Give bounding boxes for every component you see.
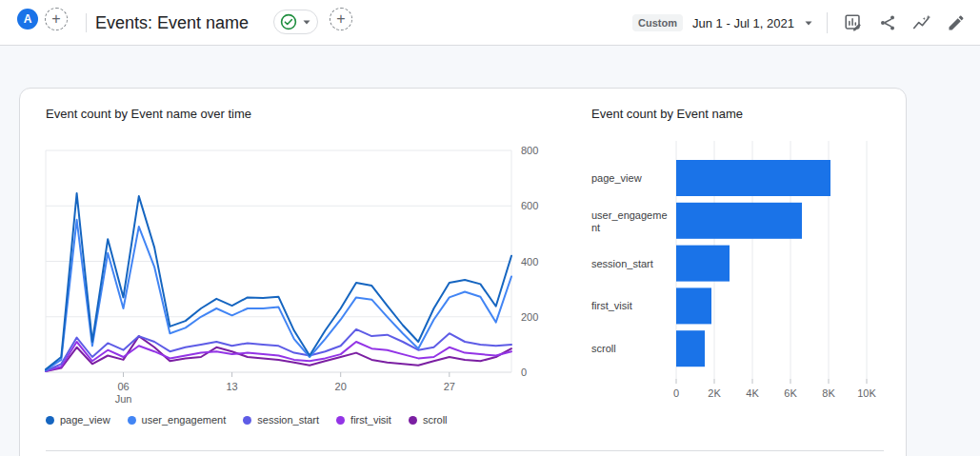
x-axis-label: 20 (335, 381, 347, 392)
category-label: session_start (591, 258, 653, 269)
y-axis-label: 200 (521, 311, 538, 323)
share-icon[interactable] (875, 10, 900, 35)
x-axis-label: 4K (746, 387, 759, 398)
legend-item-user_engagement: user_engagement (128, 414, 227, 426)
legend-dot (128, 416, 136, 425)
legend-item-first_visit: first_visit (336, 414, 391, 426)
header-divider (827, 12, 828, 33)
insights-icon[interactable] (910, 10, 934, 35)
x-axis-label: 8K (822, 387, 835, 398)
report-status-dropdown[interactable] (273, 10, 318, 34)
customize-report-icon[interactable] (841, 10, 866, 35)
y-axis-label: 0 (521, 367, 527, 378)
x-axis-label: 6K (784, 387, 797, 398)
legend-label: first_visit (350, 414, 391, 426)
bar-chart-title: Event count by Event name (591, 107, 743, 121)
category-label: scroll (591, 343, 616, 354)
bar-session_start[interactable] (676, 246, 730, 282)
header-actions: Custom Jun 1 - Jul 1, 2021 (632, 0, 969, 46)
bar-scroll[interactable] (676, 330, 705, 367)
date-range-selector[interactable]: Jun 1 - Jul 1, 2021 (692, 16, 794, 30)
chevron-down-icon (302, 17, 311, 27)
legend-item-session_start: session_start (243, 414, 319, 426)
line-chart-legend: page_viewuser_engagementsession_startfir… (46, 414, 448, 426)
legend-dot (336, 416, 345, 425)
legend-label: scroll (423, 414, 448, 426)
avatar[interactable]: A (17, 9, 38, 30)
category-label: nt (591, 222, 600, 233)
app-header: A + Events: Event name + Custom Jun 1 - … (0, 0, 980, 46)
check-circle-icon (280, 13, 297, 30)
y-axis-label: 600 (521, 200, 538, 211)
add-report-tab-button[interactable]: + (330, 8, 352, 30)
legend-item-page_view: page_view (46, 414, 110, 426)
bar-chart[interactable]: 02K4K6K8K10Kpage_viewuser_engagementsess… (581, 141, 895, 398)
page-title: Events: Event name (95, 0, 249, 46)
bar-user_engagement[interactable] (676, 203, 802, 239)
y-axis-label: 800 (521, 145, 538, 156)
legend-label: user_engagement (142, 414, 227, 426)
ga4-events-report: A + Events: Event name + Custom Jun 1 - … (0, 0, 980, 456)
line-series-session_start[interactable] (46, 329, 511, 371)
category-label: page_view (591, 172, 642, 184)
legend-dot (46, 416, 54, 425)
edit-pencil-icon[interactable] (944, 10, 969, 35)
bar-first_visit[interactable] (676, 287, 711, 324)
legend-dot (409, 416, 417, 425)
chevron-down-icon[interactable] (804, 18, 813, 28)
date-preset-badge: Custom (632, 14, 683, 31)
x-axis-label: 2K (708, 387, 721, 398)
add-comparison-button[interactable]: + (45, 8, 68, 30)
header-divider (86, 13, 87, 32)
y-axis-label: 400 (521, 256, 538, 268)
category-label: user_engageme (591, 209, 668, 221)
x-axis-label: 06 (117, 381, 129, 392)
legend-label: session_start (257, 414, 319, 426)
legend-label: page_view (60, 414, 110, 426)
x-axis-label: 10K (857, 387, 876, 398)
bar-page_view[interactable] (676, 160, 830, 196)
card-section-divider (46, 450, 884, 451)
legend-item-scroll: scroll (409, 414, 448, 426)
x-axis-label: 13 (226, 381, 237, 392)
line-chart-title: Event count by Event name over time (46, 107, 251, 121)
category-label: first_visit (591, 300, 632, 311)
legend-dot (243, 416, 251, 425)
x-axis-sublabel: Jun (115, 393, 132, 405)
line-chart[interactable]: 020040060080006Jun132027 (38, 141, 552, 412)
x-axis-label: 27 (444, 381, 455, 392)
x-axis-label: 0 (673, 387, 679, 398)
